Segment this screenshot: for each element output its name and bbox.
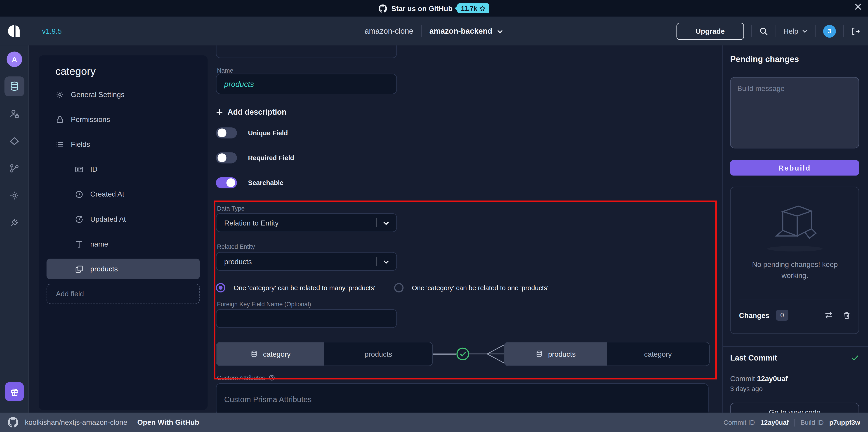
rebuild-button[interactable]: Rebuild: [730, 160, 859, 176]
nav-divider: [751, 25, 752, 37]
chevron-down-icon: [496, 27, 503, 35]
one-to-one-label: One 'category' can be related to one 'pr…: [412, 284, 548, 292]
changes-count-badge: 0: [776, 310, 788, 321]
custom-prisma-attributes-input[interactable]: [216, 383, 709, 413]
chevron-down-icon: [382, 258, 390, 265]
build-message-input[interactable]: [730, 77, 859, 148]
compare-arrows-icon[interactable]: [824, 310, 834, 320]
relation-block-right: products category: [504, 342, 710, 366]
unique-field-row: Unique Field: [216, 127, 288, 138]
footer-repo-group: koolkishan/nextjs-amazon-clone Open With…: [8, 417, 199, 428]
pending-changes-panel: Pending changes Rebuild No pending chang…: [722, 46, 868, 413]
searchable-toggle[interactable]: [216, 177, 237, 189]
plug-icon: [9, 217, 20, 228]
required-field-row: Required Field: [216, 152, 294, 163]
app-root: Star us on GitHub 11.7k v1.9.5 amazon-cl…: [0, 0, 868, 432]
check-icon: [850, 353, 860, 362]
divider: [739, 300, 851, 300]
banner-text: Star us on GitHub: [392, 4, 453, 12]
nav-actions: Upgrade Help 3: [676, 17, 860, 45]
github-stars-badge[interactable]: 11.7k: [457, 3, 489, 13]
gear-icon: [9, 190, 20, 201]
relation-entity-label: category: [644, 350, 672, 358]
rail-item-settings[interactable]: [4, 185, 24, 205]
relation-left-secondary[interactable]: products: [324, 342, 432, 366]
relation-entity-label: category: [263, 350, 290, 358]
nav-divider: [843, 25, 844, 37]
last-commit-line: Commit 12ay0uaf: [730, 375, 788, 383]
rail-item-git[interactable]: [4, 158, 24, 178]
user-lock-icon: [9, 109, 20, 120]
one-to-one-radio[interactable]: [394, 283, 404, 292]
footer-ids-group: Commit ID 12ay0uaf Build ID p7uppf3w: [723, 419, 860, 426]
logout-icon[interactable]: [851, 26, 860, 36]
name-input[interactable]: [216, 74, 397, 94]
relation-entity-label: products: [365, 350, 392, 358]
rail-item-modules[interactable]: [4, 131, 24, 151]
build-id-value: p7uppf3w: [829, 419, 860, 426]
foreign-key-input[interactable]: [216, 309, 397, 328]
avatar[interactable]: A: [6, 52, 22, 67]
trash-icon[interactable]: [842, 311, 851, 319]
commit-id: 12ay0uaf: [757, 375, 788, 383]
rail-item-plugins[interactable]: [4, 212, 24, 232]
project-name[interactable]: amazon-clone: [365, 27, 413, 35]
changes-row: Changes 0: [739, 308, 851, 322]
help-menu[interactable]: Help: [783, 27, 808, 35]
repo-name[interactable]: koolkishan/nextjs-amazon-clone: [25, 418, 127, 427]
upgrade-button[interactable]: Upgrade: [676, 22, 744, 39]
select-divider: [376, 218, 377, 227]
custom-attributes-label: Custom Attributes: [217, 375, 265, 381]
rail-item-entities[interactable]: [4, 77, 24, 96]
commit-id-value: 12ay0uaf: [761, 419, 789, 426]
git-fork-icon: [9, 163, 20, 174]
amplication-logo-icon[interactable]: [7, 24, 22, 39]
data-type-select[interactable]: Relation to Entity: [216, 213, 397, 232]
plus-icon: [216, 108, 223, 116]
searchable-row: Searchable: [216, 177, 283, 189]
rail-item-roles[interactable]: [4, 104, 24, 124]
related-entity-select[interactable]: products: [216, 252, 397, 271]
github-icon: [8, 417, 18, 428]
empty-box-icon: [771, 202, 820, 245]
one-to-many-radio[interactable]: [216, 283, 225, 292]
top-nav: v1.9.5 amazon-clone amazon-backend Upgra…: [0, 17, 868, 45]
chevron-down-icon: [382, 219, 390, 226]
view-code-button[interactable]: Go to view code: [730, 403, 859, 412]
relation-left-primary[interactable]: category: [217, 342, 324, 366]
required-field-toggle[interactable]: [216, 152, 237, 163]
nav-divider: [776, 25, 776, 37]
pending-changes-box: No pending changes! keep working. Change…: [730, 186, 859, 334]
divider: [723, 346, 868, 347]
changes-label: Changes: [739, 311, 769, 319]
relation-right-primary[interactable]: products: [504, 342, 607, 366]
open-with-github-link[interactable]: Open With GitHub: [137, 418, 199, 427]
star-icon: [479, 5, 486, 11]
field-form: Name Add description Unique Field Requir…: [29, 46, 722, 413]
toggle-label: Required Field: [248, 154, 294, 162]
app-version: v1.9.5: [42, 27, 62, 35]
help-circle-icon: [268, 375, 275, 381]
rewards-button[interactable]: [5, 382, 24, 401]
add-description-button[interactable]: Add description: [216, 108, 286, 116]
search-icon[interactable]: [759, 26, 769, 36]
close-icon[interactable]: [855, 3, 861, 10]
database-icon: [250, 350, 258, 358]
relation-entity-label: products: [548, 350, 576, 358]
unique-field-toggle[interactable]: [216, 127, 237, 138]
notification-badge[interactable]: 3: [823, 25, 836, 37]
cropped-input[interactable]: [216, 46, 397, 58]
pending-changes-title: Pending changes: [730, 54, 799, 64]
name-label: Name: [217, 67, 233, 74]
relation-right-secondary[interactable]: category: [607, 342, 709, 366]
select-divider: [376, 257, 377, 266]
data-type-label: Data Type: [217, 205, 245, 211]
chevron-down-icon: [802, 28, 808, 34]
commit-id-label: Commit ID: [723, 419, 755, 426]
diamond-icon: [9, 136, 20, 147]
github-banner: Star us on GitHub 11.7k: [0, 0, 868, 17]
commit-time: 3 days ago: [730, 385, 763, 393]
service-selector[interactable]: amazon-backend: [430, 27, 503, 35]
nav-divider: [815, 25, 816, 37]
relation-connector: [433, 342, 504, 366]
